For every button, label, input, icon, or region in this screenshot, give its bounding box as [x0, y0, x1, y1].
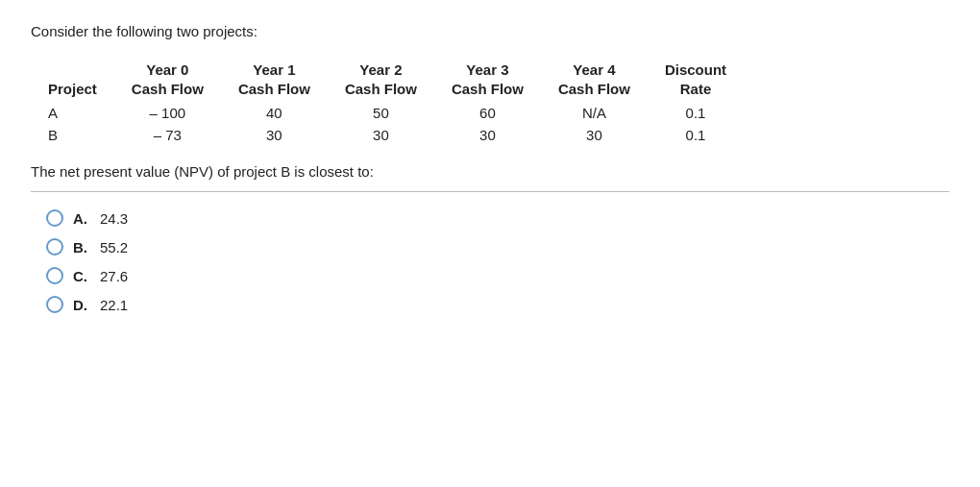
table-cell-row1-col3: 30	[328, 124, 434, 146]
option-letter-2: C.	[73, 268, 90, 284]
divider	[31, 191, 949, 192]
col-header-year2: Year 2Cash Flow	[328, 57, 434, 102]
table-cell-row0-col0: A	[31, 102, 114, 124]
option-row-1[interactable]: B.55.2	[46, 238, 949, 256]
table-cell-row1-col6: 0.1	[648, 124, 744, 146]
option-row-2[interactable]: C.27.6	[46, 267, 949, 284]
table-cell-row1-col4: 30	[434, 124, 541, 146]
col-header-discount: DiscountRate	[648, 57, 744, 102]
option-value-2: 27.6	[100, 268, 128, 284]
table-cell-row1-col2: 30	[221, 124, 328, 146]
table-cell-row1-col1: – 73	[114, 124, 221, 146]
options-list: A.24.3B.55.2C.27.6D.22.1	[46, 209, 949, 313]
table-cell-row0-col3: 50	[328, 102, 434, 124]
cash-flow-table: Project Year 0Cash Flow Year 1Cash Flow …	[31, 57, 744, 146]
option-row-0[interactable]: A.24.3	[46, 209, 949, 227]
option-letter-1: B.	[73, 239, 90, 256]
option-value-1: 55.2	[100, 239, 128, 256]
option-radio-1[interactable]	[46, 238, 63, 256]
option-value-0: 24.3	[100, 210, 128, 227]
option-letter-3: D.	[73, 297, 90, 313]
table-cell-row0-col4: 60	[434, 102, 541, 124]
col-header-project: Project	[31, 57, 114, 102]
option-row-3[interactable]: D.22.1	[46, 296, 949, 313]
col-header-year3: Year 3Cash Flow	[434, 57, 541, 102]
table-row: A– 100405060N/A0.1	[31, 102, 744, 124]
col-header-year4: Year 4Cash Flow	[541, 57, 648, 102]
intro-text: Consider the following two projects:	[31, 23, 949, 39]
table-row: B– 73303030300.1	[31, 124, 744, 146]
option-value-3: 22.1	[100, 297, 128, 313]
table-cell-row0-col6: 0.1	[648, 102, 744, 124]
option-radio-0[interactable]	[46, 209, 63, 227]
option-radio-2[interactable]	[46, 267, 63, 284]
table-cell-row1-col0: B	[31, 124, 114, 146]
table-cell-row1-col5: 30	[541, 124, 648, 146]
option-letter-0: A.	[73, 210, 90, 227]
table-cell-row0-col2: 40	[221, 102, 328, 124]
col-header-year1: Year 1Cash Flow	[221, 57, 328, 102]
question-text: The net present value (NPV) of project B…	[31, 163, 949, 180]
table-cell-row0-col5: N/A	[541, 102, 648, 124]
option-radio-3[interactable]	[46, 296, 63, 313]
col-header-year0: Year 0Cash Flow	[114, 57, 221, 102]
table-cell-row0-col1: – 100	[114, 102, 221, 124]
